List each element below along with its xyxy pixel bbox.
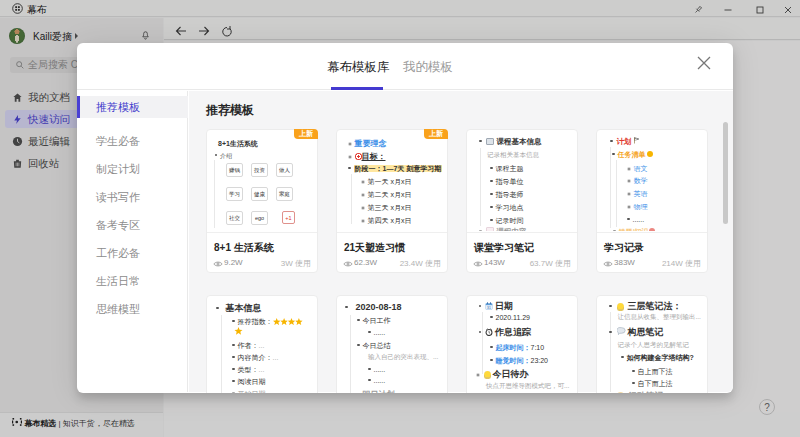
svg-text:31: 31 <box>487 306 491 310</box>
